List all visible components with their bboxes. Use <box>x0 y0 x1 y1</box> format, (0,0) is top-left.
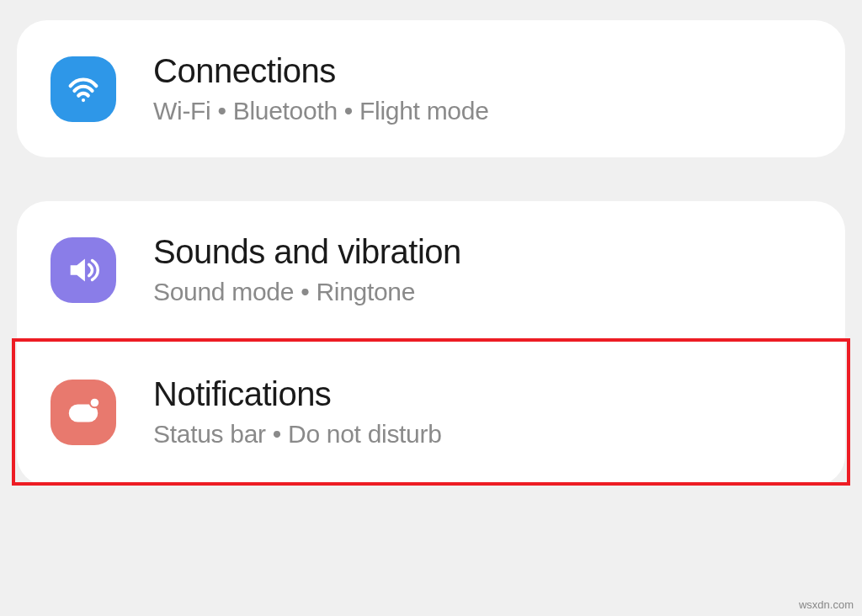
svg-point-0 <box>82 98 85 101</box>
connections-text: Connections Wi-Fi • Bluetooth • Flight m… <box>153 52 489 125</box>
notifications-highlight: Notifications Status bar • Do not distur… <box>12 338 850 486</box>
settings-item-notifications[interactable]: Notifications Status bar • Do not distur… <box>17 343 845 481</box>
connections-title: Connections <box>153 52 489 90</box>
notifications-title: Notifications <box>153 375 442 413</box>
notifications-subtitle: Status bar • Do not disturb <box>153 420 442 449</box>
sounds-title: Sounds and vibration <box>153 233 461 271</box>
connections-subtitle: Wi-Fi • Bluetooth • Flight mode <box>153 97 489 125</box>
wifi-icon <box>51 56 116 122</box>
notifications-text: Notifications Status bar • Do not distur… <box>153 375 442 449</box>
sounds-text: Sounds and vibration Sound mode • Ringto… <box>153 233 461 306</box>
sounds-subtitle: Sound mode • Ringtone <box>153 278 461 306</box>
connections-card: Connections Wi-Fi • Bluetooth • Flight m… <box>17 20 845 157</box>
watermark: wsxdn.com <box>799 598 854 611</box>
settings-item-sounds[interactable]: Sounds and vibration Sound mode • Ringto… <box>17 201 845 338</box>
volume-icon <box>51 237 116 303</box>
settings-item-connections[interactable]: Connections Wi-Fi • Bluetooth • Flight m… <box>17 20 845 157</box>
svg-point-2 <box>90 397 100 407</box>
notifications-icon <box>51 380 116 445</box>
sounds-notifications-card: Sounds and vibration Sound mode • Ringto… <box>17 201 845 486</box>
settings-list: Connections Wi-Fi • Bluetooth • Flight m… <box>0 0 862 544</box>
